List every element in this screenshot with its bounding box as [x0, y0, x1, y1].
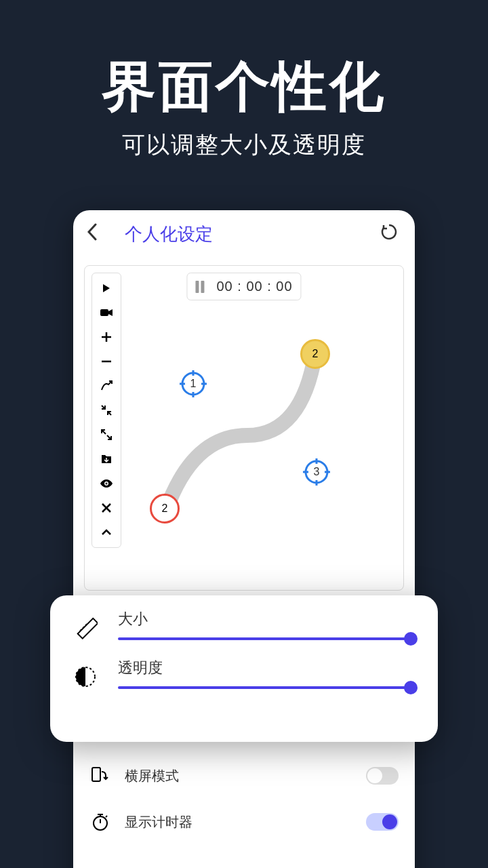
- timer-display: 00 : 00 : 00: [186, 273, 301, 300]
- timer-value: 00 : 00 : 00: [216, 279, 292, 294]
- close-button[interactable]: [94, 496, 119, 520]
- settings-list: 横屏模式 显示计时器: [73, 753, 415, 845]
- add-button[interactable]: [94, 325, 119, 349]
- landscape-toggle[interactable]: [366, 767, 399, 785]
- header: 个人化设定: [73, 210, 415, 258]
- landscape-icon: [89, 765, 111, 787]
- opacity-slider[interactable]: [118, 686, 416, 689]
- collapse-button[interactable]: [94, 398, 119, 422]
- landscape-label: 横屏模式: [125, 767, 352, 785]
- size-slider[interactable]: [118, 637, 416, 640]
- expand-button[interactable]: [94, 422, 119, 447]
- target-1[interactable]: 1: [178, 369, 208, 399]
- hero-title: 界面个性化: [0, 51, 488, 124]
- collapse-toolbar-button[interactable]: [94, 520, 119, 545]
- curve-button[interactable]: [94, 374, 119, 398]
- pause-icon[interactable]: [195, 281, 204, 293]
- phone-preview: 个人化设定 00 : 00 : 00 2: [73, 210, 415, 868]
- opacity-slider-row: 透明度: [72, 658, 416, 690]
- sliders-panel: 大小 透明度: [50, 595, 438, 742]
- reset-button[interactable]: [380, 222, 399, 246]
- svg-rect-7: [78, 618, 98, 639]
- toolbar: [92, 273, 121, 548]
- contrast-icon: [72, 663, 99, 690]
- svg-point-2: [106, 483, 108, 485]
- setting-landscape: 横屏模式: [89, 753, 399, 799]
- stopwatch-icon: [89, 811, 111, 833]
- ruler-icon: [72, 614, 99, 642]
- opacity-label: 透明度: [118, 658, 416, 678]
- target-3[interactable]: 3: [302, 457, 331, 487]
- page-title: 个人化设定: [125, 222, 213, 246]
- save-button[interactable]: [94, 447, 119, 471]
- hero-subtitle: 可以调整大小及透明度: [0, 130, 488, 161]
- visibility-button[interactable]: [94, 471, 119, 496]
- hero-section: 界面个性化 可以调整大小及透明度: [0, 0, 488, 161]
- setting-timer: 显示计时器: [89, 799, 399, 845]
- path-node-start[interactable]: 2: [150, 494, 180, 524]
- timer-toggle[interactable]: [366, 813, 399, 831]
- path-node-end[interactable]: 2: [300, 339, 330, 369]
- record-button[interactable]: [94, 300, 119, 325]
- svg-rect-0: [100, 309, 108, 316]
- canvas-area[interactable]: 00 : 00 : 00 2 2 1 3: [84, 265, 404, 591]
- back-button[interactable]: [87, 223, 98, 245]
- svg-rect-5: [92, 768, 100, 781]
- remove-button[interactable]: [94, 349, 119, 374]
- timer-label: 显示计时器: [125, 813, 352, 831]
- size-label: 大小: [118, 609, 416, 629]
- size-slider-row: 大小: [72, 609, 416, 642]
- play-button[interactable]: [94, 276, 119, 300]
